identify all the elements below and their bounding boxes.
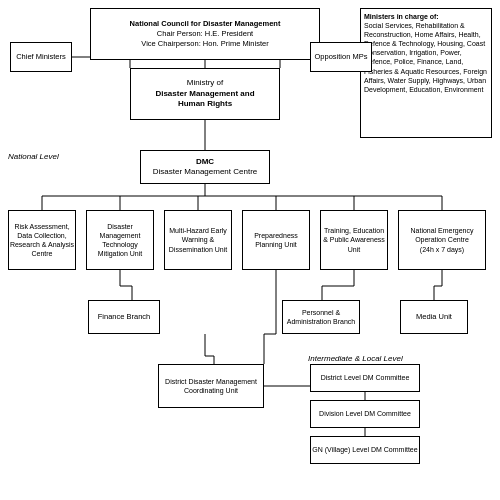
risk-label: Risk Assessment, Data Collection, Resear… bbox=[9, 222, 75, 258]
dmc-box: DMC Disaster Management Centre bbox=[140, 150, 270, 184]
district-committee-label: District Level DM Committee bbox=[321, 373, 410, 382]
national-emergency-box: National Emergency Operation Centre(24h … bbox=[398, 210, 486, 270]
media-label: Media Unit bbox=[416, 312, 452, 322]
dmc-fullname: Disaster Management Centre bbox=[153, 167, 258, 177]
intermediate-level-label: Intermediate & Local Level bbox=[308, 354, 403, 363]
personnel-box: Personnel & Administration Branch bbox=[282, 300, 360, 334]
finance-box: Finance Branch bbox=[88, 300, 160, 334]
disaster-mgmt-tech-label: Disaster Management Technology Mitigatio… bbox=[87, 222, 153, 258]
preparedness-box: Preparedness Planning Unit bbox=[242, 210, 310, 270]
national-council-box: National Council for Disaster Management… bbox=[90, 8, 320, 60]
national-level-label: National Level bbox=[8, 152, 59, 161]
chief-ministers-label: Chief Ministers bbox=[16, 52, 66, 62]
nc-vice: Vice Chairperson: Hon. Prime Minister bbox=[130, 39, 281, 49]
ministers-list: Social Services, Rehabilitation & Recons… bbox=[364, 21, 488, 94]
nc-title: National Council for Disaster Management bbox=[130, 19, 281, 29]
ministers-box: Ministers in charge of: Social Services,… bbox=[360, 8, 492, 138]
disaster-mgmt-tech-box: Disaster Management Technology Mitigatio… bbox=[86, 210, 154, 270]
training-box: Training, Education & Public Awareness U… bbox=[320, 210, 388, 270]
finance-label: Finance Branch bbox=[98, 312, 151, 322]
opposition-mps-label: Opposition MPs bbox=[315, 52, 368, 62]
ministry-box: Ministry of Disaster Management and Huma… bbox=[130, 68, 280, 120]
ministry-line3: Human Rights bbox=[155, 99, 254, 109]
nc-chair: Chair Person: H.E. President bbox=[130, 29, 281, 39]
personnel-label: Personnel & Administration Branch bbox=[283, 308, 359, 326]
risk-box: Risk Assessment, Data Collection, Resear… bbox=[8, 210, 76, 270]
gn-committee-box: GN (Village) Level DM Committee bbox=[310, 436, 420, 464]
multi-hazard-label: Multi-Hazard Early Warning & Disseminati… bbox=[165, 226, 231, 253]
dmc-abbrev: DMC bbox=[153, 157, 258, 167]
training-label: Training, Education & Public Awareness U… bbox=[321, 226, 387, 253]
district-coordinating-box: District Disaster Management Coordinatin… bbox=[158, 364, 264, 408]
ministry-line1: Ministry of bbox=[155, 78, 254, 88]
preparedness-label: Preparedness Planning Unit bbox=[243, 231, 309, 249]
multi-hazard-box: Multi-Hazard Early Warning & Disseminati… bbox=[164, 210, 232, 270]
ministers-title: Ministers in charge of: bbox=[364, 12, 488, 21]
opposition-mps-box: Opposition MPs bbox=[310, 42, 372, 72]
media-box: Media Unit bbox=[400, 300, 468, 334]
district-coordinating-label: District Disaster Management Coordinatin… bbox=[159, 377, 263, 395]
org-chart: National Council for Disaster Management… bbox=[0, 0, 500, 500]
division-committee-box: Division Level DM Committee bbox=[310, 400, 420, 428]
district-committee-box: District Level DM Committee bbox=[310, 364, 420, 392]
division-committee-label: Division Level DM Committee bbox=[319, 409, 411, 418]
chief-ministers-box: Chief Ministers bbox=[10, 42, 72, 72]
ministry-line2: Disaster Management and bbox=[155, 89, 254, 99]
gn-committee-label: GN (Village) Level DM Committee bbox=[312, 445, 417, 454]
national-emergency-label: National Emergency Operation Centre(24h … bbox=[399, 226, 485, 253]
